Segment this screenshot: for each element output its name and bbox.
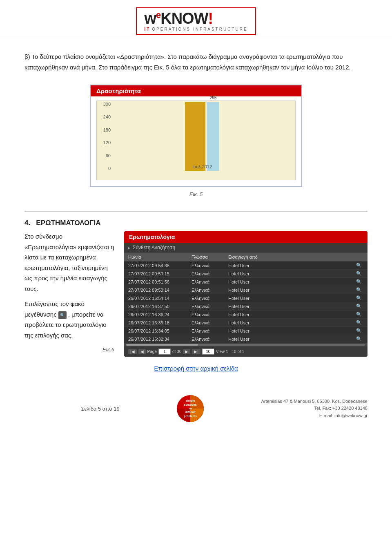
table-row: 26/07/2012 16:54:14 Ελληνικά Hotel User … [124, 294, 368, 302]
table-row: 26/07/2012 16:35:18 Ελληνικά Hotel User … [124, 319, 368, 327]
row-search-icon[interactable]: 🔍 [356, 279, 363, 284]
y-label-120: 120 [98, 140, 112, 145]
logo-subtitle: ITOPERATIONS INFRASTRUCTURE [144, 27, 247, 31]
row-search-icon[interactable]: 🔍 [356, 287, 363, 293]
circle-simple: simple [186, 399, 195, 403]
row-lang: Ελληνικά [192, 312, 228, 317]
row-search-icon[interactable]: 🔍 [356, 271, 363, 276]
row-user: Hotel User [228, 296, 356, 301]
panel-search-label: Σύνθετη Αναζήτηση [133, 245, 175, 250]
circle-problems: problems [184, 414, 197, 418]
row-lang: Ελληνικά [192, 296, 228, 301]
page-header: weKNOW! ITOPERATIONS INFRASTRUCTURE [0, 0, 392, 39]
two-col-layout: Στο σύνδεσμο «Ερωτηματολόγια» εμφανίζετα… [24, 231, 368, 357]
address-line1: Artemisias 47 & Manousi 5, 85300, Kos, D… [261, 398, 367, 405]
bar-blue: 295 [207, 102, 219, 171]
back-link-row: Επιστροφή στην αρχική σελίδα [24, 365, 368, 372]
row-search-icon[interactable]: 🔍 [356, 328, 363, 333]
bar-group-jul: 295 Ιουλ 2012 [113, 101, 291, 171]
row-lang: Ελληνικά [192, 279, 228, 284]
footer-circle-text: simple solutions for difficult problems [176, 394, 205, 423]
scrollbar-track [126, 344, 365, 346]
section-divider [24, 211, 368, 212]
panel-rows-container: 27/07/2012 09:54:38 Ελληνικά Hotel User … [124, 261, 368, 343]
intro-paragraph: β) Το δεύτερο πλαίσιο ονομάζεται «Δραστη… [24, 51, 368, 72]
back-link[interactable]: Επιστροφή στην αρχική σελίδα [154, 365, 238, 372]
y-label-180: 180 [98, 127, 112, 132]
footer-page-number: Σελίδα 5 από 19 [81, 406, 119, 412]
main-content: β) Το δεύτερο πλαίσιο ονομάζεται «Δραστη… [0, 39, 392, 386]
panel-scrollbar[interactable] [124, 343, 368, 346]
row-lang: Ελληνικά [192, 271, 228, 276]
view-label: View 1 - 10 of 1 [216, 349, 244, 354]
section4-para2: Επιλέγοντας τον φακό μεγέθυνσης 🔍 , μπορ… [24, 299, 114, 340]
caption-6: Εικ.6 [24, 345, 114, 354]
row-user: Hotel User [228, 320, 356, 325]
section-4-title: 4. ΕΡΩΤΗΜΑΤΟΛΟΓΙΑ [24, 219, 368, 227]
logo-box: weKNOW! ITOPERATIONS INFRASTRUCTURE [136, 7, 256, 35]
panel-search-row[interactable]: ▸ Σύνθετη Αναζήτηση [124, 243, 368, 252]
row-date: 26/07/2012 16:36:24 [128, 312, 192, 317]
row-search-icon[interactable]: 🔍 [356, 295, 363, 301]
table-row: 26/07/2012 16:37:50 Ελληνικά Hotel User … [124, 302, 368, 311]
section-4-heading: ΕΡΩΤΗΜΑΤΟΛΟΓΙΑ [36, 219, 100, 227]
pagination-next-btn[interactable]: ▶ [183, 349, 190, 354]
left-column: Στο σύνδεσμο «Ερωτηματολόγια» εμφανίζετα… [24, 231, 114, 357]
y-label-60: 60 [98, 153, 112, 158]
row-search-icon[interactable]: 🔍 [356, 304, 363, 309]
footer-logo-area: simple solutions for difficult problems [176, 394, 205, 423]
row-search-icon[interactable]: 🔍 [356, 320, 363, 325]
row-user: Hotel User [228, 337, 356, 342]
row-lang: Ελληνικά [192, 304, 228, 309]
x-axis-label: Ιουλ 2012 [192, 164, 212, 169]
row-date: 26/07/2012 16:32:34 [128, 337, 192, 342]
pagination-first-btn[interactable]: |◀ [128, 349, 137, 354]
chart-area: 0 60 120 180 240 300 [91, 96, 301, 186]
table-row: 26/07/2012 16:34:05 Ελληνικά Hotel User … [124, 327, 368, 335]
search-arrow-icon: ▸ [128, 246, 130, 250]
row-search-icon[interactable]: 🔍 [356, 336, 363, 342]
logo-exclaim: ! [208, 10, 213, 27]
row-lang: Ελληνικά [192, 337, 228, 342]
row-search-icon[interactable]: 🔍 [356, 263, 363, 268]
bars-area: 295 Ιουλ 2012 [113, 101, 291, 171]
logo-operations: OPERATIONS INFRASTRUCTURE [152, 27, 247, 31]
row-user: Hotel User [228, 263, 356, 268]
questionnaire-panel: Ερωτηματολόγια ▸ Σύνθετη Αναζήτηση Ημ/νί… [124, 231, 368, 357]
row-user: Hotel User [228, 288, 356, 293]
row-search-icon[interactable]: 🔍 [356, 312, 363, 317]
logo-e-sup: e [156, 10, 160, 20]
row-user: Hotel User [228, 312, 356, 317]
chart-title: Δραστηριότητα [91, 85, 301, 96]
address-line2: Tel, Fax: +30 22420 48148 [261, 405, 367, 412]
chart-inner: 0 60 120 180 240 300 [96, 101, 296, 180]
row-date: 27/07/2012 09:54:38 [128, 263, 192, 268]
per-page-input[interactable] [202, 349, 214, 355]
circle-solutions: solutions [184, 403, 197, 407]
logo-w: w [144, 10, 156, 27]
logo-know: KNOW [160, 10, 208, 27]
panel-pagination: |◀ ◀ Page of 30 ▶ ▶| View 1 - 10 of 1 [124, 346, 368, 357]
col-user-header: Εισαγωγή από [228, 255, 363, 259]
row-date: 26/07/2012 16:37:50 [128, 304, 192, 309]
circle-difficult: difficult [185, 410, 195, 414]
pagination-prev-btn[interactable]: ◀ [138, 349, 146, 354]
row-date: 27/07/2012 09:50:14 [128, 288, 192, 293]
row-date: 27/07/2012 09:51:56 [128, 279, 192, 284]
pagination-last-btn[interactable]: ▶| [192, 349, 200, 354]
bar-gold [185, 102, 205, 171]
row-lang: Ελληνικά [192, 328, 228, 333]
row-lang: Ελληνικά [192, 320, 228, 325]
footer-circle-wrapper: simple solutions for difficult problems [176, 394, 205, 423]
row-date: 27/07/2012 09:53:15 [128, 271, 192, 276]
table-row: 27/07/2012 09:51:56 Ελληνικά Hotel User … [124, 278, 368, 286]
page-label: Page [147, 349, 157, 354]
panel-title: Ερωτηματολόγια [124, 231, 368, 243]
y-axis: 0 60 120 180 240 300 [97, 101, 113, 171]
row-date: 26/07/2012 16:35:18 [128, 320, 192, 325]
magnify-icon: 🔍 [58, 311, 67, 319]
page-input[interactable] [158, 349, 171, 355]
logo-it: IT [144, 27, 150, 31]
of-label: of 30 [172, 349, 181, 354]
table-row: 27/07/2012 09:50:14 Ελληνικά Hotel User … [124, 286, 368, 294]
